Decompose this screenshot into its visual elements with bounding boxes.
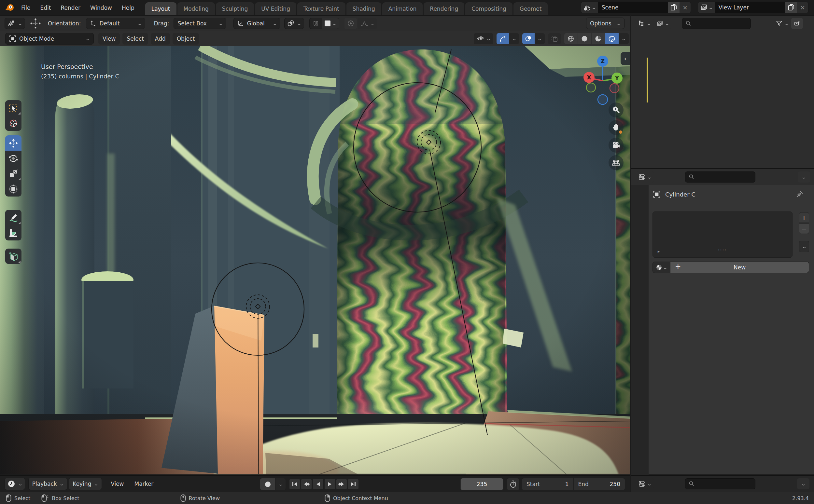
tool-move[interactable] [5,135,21,151]
resize-grip[interactable]: :::: [718,247,727,252]
tool-transform[interactable] [5,181,21,197]
tab-compositing[interactable]: Compositing [465,2,513,15]
scene-unlink-button[interactable]: ✕ [680,2,691,13]
gizmo-neg-z-axis[interactable] [598,95,608,104]
camera-view-button[interactable] [609,138,624,153]
blender-logo[interactable] [0,3,16,13]
shading-material-button[interactable] [592,33,605,44]
navigation-gizmo[interactable]: Z X Y [583,51,623,106]
view-layer-name-field[interactable]: View Layer [715,2,785,13]
menu-help[interactable]: Help [117,0,139,15]
auto-keying-toggle[interactable] [260,478,275,490]
proportional-edit-toggle[interactable] [344,18,357,29]
show-gizmo-toggle[interactable] [497,33,509,44]
xray-toggle[interactable] [548,33,561,44]
outliner-filter-button[interactable]: ⌄ [773,18,791,29]
new-collection-button[interactable] [791,18,803,29]
outliner-display-mode-button[interactable]: ⌄ [654,18,672,29]
viewport-menu-view[interactable]: View [98,33,120,45]
tab-rendering[interactable]: Rendering [424,2,464,15]
snap-target-dropdown[interactable]: ⌄ [284,18,304,29]
new-material-button[interactable]: + New [670,262,809,273]
timeline-menu-keying[interactable]: Keying⌄ [69,478,102,490]
add-slot-button[interactable]: + [799,212,809,223]
material-slot-list[interactable]: ▸ :::: [653,211,793,258]
pan-button[interactable] [609,120,624,135]
br-options-dropdown[interactable]: ⌄ [797,478,809,489]
slot-specials-button[interactable]: ⌄ [799,241,809,252]
previous-keyframe-button[interactable] [301,479,312,490]
viewport-menu-select[interactable]: Select [122,33,148,45]
shading-dropdown[interactable]: ⌄ [619,33,629,44]
end-frame-field[interactable]: End 250 [574,478,625,490]
viewport-canvas[interactable]: User Perspective (235) columns | Cylinde… [0,46,630,474]
zoom-button[interactable] [609,102,624,117]
scene-name-field[interactable]: Scene [598,2,668,13]
timeline-menu-view[interactable]: View [106,478,128,490]
tab-modeling[interactable]: Modeling [177,2,215,15]
overlays-dropdown[interactable]: ⌄ [535,33,545,44]
viewport-menu-add[interactable]: Add [151,33,170,45]
view-layer-remove-button[interactable]: ✕ [797,2,808,13]
scene-browse-button[interactable]: ⌄ [581,2,598,13]
active-object-name[interactable]: Cylinder C [665,191,696,198]
next-keyframe-button[interactable] [336,479,347,490]
view-layer-browse-button[interactable]: ⌄ [698,2,715,13]
sidebar-collapse-tab[interactable]: ‹ [621,52,630,65]
outliner-editor-type-button[interactable]: ⌄ [635,18,654,29]
properties-options-dropdown[interactable]: ⌄ [798,171,810,183]
drag-dropdown[interactable]: Select Box ⌄ [173,18,226,29]
outliner-search[interactable] [682,18,751,29]
active-tool-button[interactable]: ⌄ [5,18,25,29]
play-reverse-button[interactable] [312,479,324,490]
options-dropdown[interactable]: Options ⌄ [586,18,625,29]
keying-set-dropdown[interactable]: ⌄ [275,478,286,490]
jump-to-end-button[interactable] [348,479,359,490]
tab-animation[interactable]: Animation [382,2,423,15]
tool-cursor[interactable] [5,116,21,131]
tool-measure[interactable] [5,225,21,240]
tab-sculpting[interactable]: Sculpting [216,2,254,15]
transform-space-dropdown[interactable]: Global ⌄ [233,18,280,29]
start-frame-field[interactable]: Start 1 [522,478,574,490]
snap-toggle-button[interactable] [310,18,322,29]
proportional-falloff-dropdown[interactable]: ⌄ [357,18,377,29]
br-editor-type-button[interactable]: ⌄ [636,478,654,489]
shading-rendered-button[interactable] [605,33,619,44]
view-layer-copy-button[interactable] [785,2,797,13]
menu-render[interactable]: Render [56,0,85,15]
pin-icon[interactable] [796,191,803,198]
orientation-dropdown[interactable]: Default ⌄ [86,18,145,29]
tool-annotate[interactable] [5,210,21,225]
tool-select-box[interactable] [5,100,21,116]
timeline-menu-marker[interactable]: Marker [130,478,158,490]
snap-mode-button[interactable]: ⌄ [322,18,339,29]
gizmo-neg-y-axis[interactable] [586,83,596,92]
timeline-menu-playback[interactable]: Playback⌄ [28,478,68,490]
play-button[interactable] [324,479,335,490]
viewport-menu-object[interactable]: Object [172,33,199,45]
tool-add-cube[interactable] [5,249,21,264]
timeline-editor-type-button[interactable]: ⌄ [5,478,25,490]
menu-edit[interactable]: Edit [35,0,56,15]
slot-list-expand-icon[interactable]: ▸ [656,249,661,254]
tab-texture-paint[interactable]: Texture Paint [297,2,345,15]
menu-file[interactable]: File [16,0,35,15]
material-browse-button[interactable]: ⌄ [653,262,670,273]
gizmo-neg-x-axis[interactable] [610,84,619,93]
tab-geometry-nodes[interactable]: Geomet [514,2,548,15]
properties-editor-type-button[interactable]: ⌄ [636,171,654,183]
jump-to-start-button[interactable] [289,479,300,490]
shading-solid-button[interactable] [578,33,591,44]
br-search[interactable] [685,478,755,489]
shading-wireframe-button[interactable] [564,33,578,44]
tab-layout[interactable]: Layout [145,2,176,15]
use-preview-range-toggle[interactable] [507,478,520,490]
tab-uv-editing[interactable]: UV Editing [255,2,296,15]
tab-shading[interactable]: Shading [346,2,381,15]
properties-search[interactable] [685,171,755,183]
menu-window[interactable]: Window [85,0,117,15]
show-overlays-toggle[interactable] [522,33,535,44]
visibility-dropdown[interactable]: ⌄ [474,33,493,44]
remove-slot-button[interactable]: − [799,223,809,234]
